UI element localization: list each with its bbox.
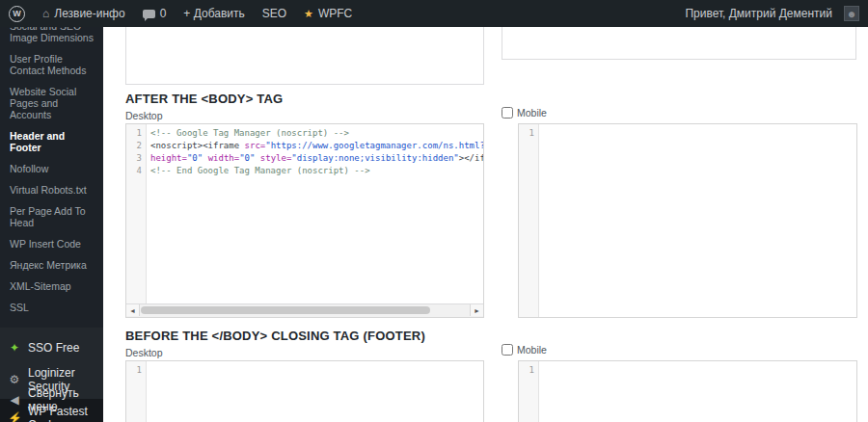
line-number-gutter: 1 [126, 361, 147, 422]
sidebar-submenu-item[interactable]: Header and Footer [0, 125, 103, 158]
sidebar-menu-item[interactable]: ✦SSO Free [0, 335, 103, 360]
scroll-left-button[interactable]: ◄ [126, 304, 140, 316]
mobile-row-footer: Mobile [502, 344, 547, 356]
sidebar-submenu-item[interactable]: WP Insert Code [0, 233, 103, 254]
new-content-button[interactable]: + Добавить [175, 0, 253, 27]
mobile-label-footer: Mobile [517, 344, 547, 356]
seo-button[interactable]: SEO [254, 0, 295, 27]
wpfc-label: WPFC [318, 7, 352, 20]
admin-bar-right: Привет, Дмитрий Дементий ☻ [676, 0, 868, 27]
sidebar-submenu-item[interactable]: Website Social Pages and Accounts [0, 81, 103, 125]
collapse-row: ◀ Свернуть меню [0, 381, 103, 419]
mobile-checkbox-after-body[interactable] [502, 107, 513, 119]
scroll-right-button[interactable]: ► [470, 304, 483, 316]
desktop-label-after-body: Desktop [125, 110, 163, 121]
avatar: ☻ [844, 6, 859, 21]
comment-bubble-icon [143, 10, 155, 18]
main-content: AFTER THE <BODY> TAG Desktop Mobile 1234… [103, 0, 868, 422]
mobile-row-after-body: Mobile [502, 107, 547, 119]
code-area[interactable] [540, 124, 856, 317]
desktop-label-footer: Desktop [125, 347, 163, 358]
wordpress-logo-button[interactable]: W [0, 0, 34, 27]
seo-label: SEO [262, 7, 286, 20]
wordpress-icon: W [9, 6, 25, 22]
section-title-after-body: AFTER THE <BODY> TAG [125, 92, 283, 106]
comment-count: 0 [160, 7, 167, 20]
horizontal-scrollbar[interactable]: ◄ ► [126, 303, 483, 317]
sidebar-submenu-item[interactable]: XML-Sitemap [0, 276, 103, 297]
new-content-label: + Добавить [183, 7, 244, 20]
sidebar-submenu-item[interactable]: Nofollow [0, 158, 103, 179]
site-name: Лезвие-инфо [54, 7, 124, 20]
site-name-link[interactable]: ⌂ Лезвие-инфо [34, 0, 134, 27]
account-menu[interactable]: Привет, Дмитрий Дементий ☻ [676, 0, 868, 27]
greeting-text: Привет, Дмитрий Дементий [685, 7, 832, 20]
sidebar-submenu-item[interactable]: Per Page Add To Head [0, 200, 103, 233]
code-editor-footer-mobile[interactable]: 1 [518, 360, 857, 422]
code-area[interactable] [148, 361, 483, 422]
line-number-gutter: 1 [519, 361, 539, 422]
collapse-icon: ◀ [8, 393, 21, 407]
sso-icon: ✦ [8, 341, 21, 355]
code-area[interactable] [540, 361, 856, 422]
code-editor-after-body-desktop[interactable]: 1234 <!-- Google Tag Manager (noscript) … [125, 123, 484, 318]
section-title-footer: BEFORE THE </BODY> CLOSING TAG (FOOTER) [125, 329, 425, 343]
sidebar-submenu-item[interactable]: SSL [0, 297, 103, 318]
mobile-checkbox-footer[interactable] [502, 344, 513, 356]
code-area[interactable]: <!-- Google Tag Manager (noscript) --><n… [148, 124, 483, 317]
line-number-gutter: 1234 [126, 124, 147, 317]
trophy-icon: ★ [304, 9, 313, 19]
line-number-gutter: 1 [519, 124, 539, 317]
sidebar: Social and SEO Image DimensionsUser Prof… [0, 0, 103, 422]
comments-button[interactable]: 0 [134, 0, 176, 27]
wpfc-button[interactable]: ★ WPFC [295, 0, 361, 27]
collapse-label: Свернуть меню [28, 386, 95, 413]
code-editor-after-body-mobile[interactable]: 1 [518, 123, 857, 318]
collapse-menu-button[interactable]: ◀ Свернуть меню [0, 381, 103, 419]
mobile-label-after-body: Mobile [517, 107, 547, 119]
admin-bar: W ⌂ Лезвие-инфо 0 + Добавить SEO ★ WPFC … [0, 0, 868, 27]
sidebar-submenu: Social and SEO Image DimensionsUser Prof… [0, 0, 103, 328]
code-editor-footer-desktop[interactable]: 1 [125, 360, 484, 422]
home-icon: ⌂ [42, 7, 49, 20]
menu-item-label: SSO Free [28, 341, 79, 355]
scrollbar-thumb[interactable] [141, 306, 430, 314]
admin-bar-left: W ⌂ Лезвие-инфо 0 + Добавить SEO ★ WPFC [0, 0, 361, 27]
sidebar-submenu-item[interactable]: Яндекс Метрика [0, 254, 103, 276]
sidebar-submenu-item[interactable]: User Profile Contact Methods [0, 48, 103, 81]
sidebar-submenu-item[interactable]: Virtual Robots.txt [0, 179, 103, 200]
